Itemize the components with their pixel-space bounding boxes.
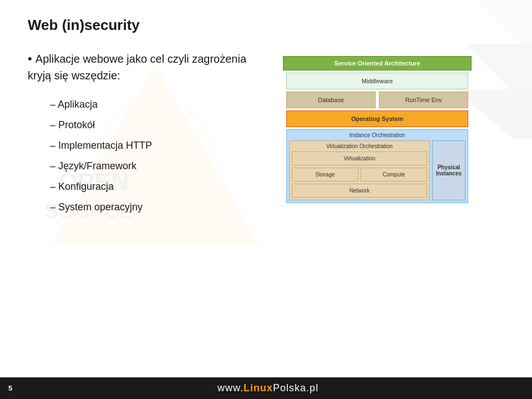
slide-title: Web (in)security [28, 17, 504, 34]
list-item-system: System operacyjny [50, 197, 266, 218]
virt-phys-row: Virtualization Orchestration Virtualizat… [289, 140, 465, 200]
footer-bar: 5 www.LinuxPolska.pl [0, 377, 532, 399]
instance-orch-label: Instance Orchestration [289, 132, 465, 138]
list-item-protokol: Protokół [50, 115, 266, 135]
main-bullet: Aplikacje webowe jako cel czyli zagrożen… [28, 50, 266, 83]
url-linux: Linux [244, 382, 273, 393]
list-item-konfiguracja: Konfiguracja [50, 176, 266, 197]
sub-bullet-list: Aplikacja Protokół Implementacja HTTP Ję… [50, 94, 266, 218]
runtime-box: RunTime Env [379, 92, 468, 108]
database-box: Database [286, 92, 376, 108]
physical-instances-box: Physical Instances [432, 140, 465, 200]
os-box: Operating System [286, 110, 468, 127]
footer-url: www.LinuxPolska.pl [12, 382, 524, 394]
architecture-diagram: Service Oriented Architecture Middleware… [283, 56, 472, 203]
middleware-box: Middleware [286, 73, 468, 89]
virt-orch-wrapper: Virtualization Orchestration Virtualizat… [289, 140, 430, 200]
list-item-implementacja: Implementacja HTTP [50, 135, 266, 156]
instance-orchestration-wrapper: Instance Orchestration Virtualization Or… [286, 129, 468, 203]
right-column: Service Oriented Architecture Middleware… [283, 56, 504, 205]
list-item-jezyk: Język/Framework [50, 156, 266, 176]
left-column: Aplikacje webowe jako cel czyli zagrożen… [28, 50, 266, 218]
page-number: 5 [8, 384, 12, 392]
url-suffix: Polska.pl [273, 382, 318, 393]
url-prefix: www. [217, 382, 244, 393]
virt-orch-label: Virtualization Orchestration [292, 143, 427, 149]
soa-box: Service Oriented Architecture [283, 56, 472, 70]
compute-box: Compute [361, 168, 427, 181]
list-item-aplikacja: Aplikacja [50, 94, 266, 115]
db-runtime-row: Database RunTime Env [286, 92, 468, 108]
storage-compute-row: Storage Compute [292, 168, 427, 181]
virtualization-box: Virtualization [292, 151, 427, 165]
content-area: Aplikacje webowe jako cel czyli zagrożen… [28, 50, 504, 218]
storage-box: Storage [292, 168, 358, 181]
network-box: Network [292, 184, 427, 198]
slide-content: Web (in)security Aplikacje webowe jako c… [0, 0, 532, 377]
